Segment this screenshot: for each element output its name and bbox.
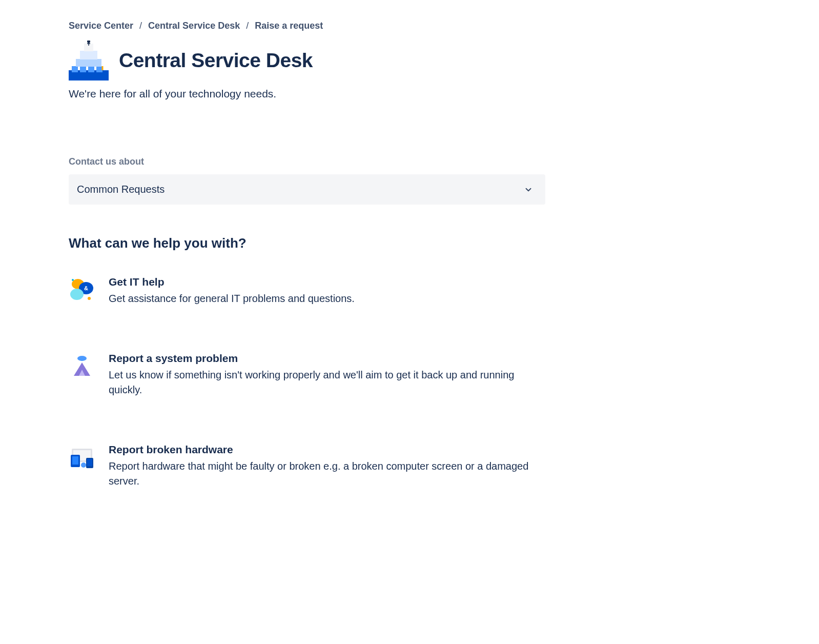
svg-rect-5 [76, 59, 101, 67]
request-item-report-broken-hardware[interactable]: Report broken hardware Report hardware t… [69, 444, 545, 489]
contact-label: Contact us about [69, 156, 615, 167]
header: Central Service Desk [69, 41, 615, 80]
mountain-flag-icon [69, 352, 95, 379]
svg-point-18 [77, 356, 87, 361]
svg-rect-4 [96, 66, 103, 72]
request-list: & Get IT help Get assistance for general… [69, 276, 545, 489]
svg-rect-1 [72, 66, 78, 72]
svg-point-16 [88, 297, 91, 300]
svg-point-15 [70, 289, 84, 300]
request-description: Let us know if something isn't working p… [109, 368, 545, 397]
devices-icon [69, 444, 95, 470]
svg-text:&: & [84, 285, 88, 291]
request-description: Report hardware that might be faulty or … [109, 459, 545, 489]
request-item-get-it-help[interactable]: & Get IT help Get assistance for general… [69, 276, 545, 306]
breadcrumb-item-raise-request[interactable]: Raise a request [255, 21, 323, 31]
dropdown-selected-value: Common Requests [77, 184, 165, 195]
breadcrumb-separator: / [246, 21, 249, 31]
chevron-down-icon [524, 185, 533, 194]
request-title: Get IT help [109, 276, 545, 288]
breadcrumb-separator: / [139, 21, 142, 31]
svg-point-25 [81, 462, 86, 468]
svg-rect-2 [80, 66, 86, 72]
request-item-report-system-problem[interactable]: Report a system problem Let us know if s… [69, 352, 545, 397]
request-description: Get assistance for general IT problems a… [109, 291, 545, 306]
svg-point-17 [72, 279, 74, 281]
request-title: Report a system problem [109, 352, 545, 365]
chat-bubbles-icon: & [69, 276, 95, 303]
page-subtitle: We're here for all of your technology ne… [69, 88, 615, 100]
breadcrumb-item-service-center[interactable]: Service Center [69, 21, 133, 31]
page-title: Central Service Desk [119, 49, 313, 72]
svg-rect-3 [88, 66, 94, 72]
breadcrumb: Service Center / Central Service Desk / … [69, 21, 615, 31]
svg-rect-6 [80, 51, 97, 59]
contact-dropdown[interactable]: Common Requests [69, 174, 545, 205]
request-title: Report broken hardware [109, 444, 545, 456]
svg-rect-22 [72, 456, 78, 465]
breadcrumb-item-central-service-desk[interactable]: Central Service Desk [148, 21, 240, 31]
svg-rect-24 [87, 459, 92, 466]
help-heading: What can we help you with? [69, 235, 615, 251]
service-desk-logo-icon [69, 41, 109, 80]
